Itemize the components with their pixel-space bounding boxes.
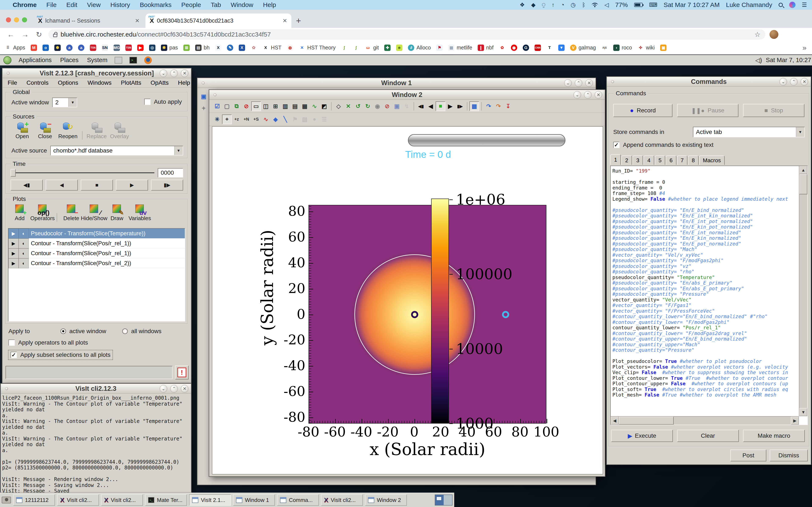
delete-button[interactable]: −Delete (60, 204, 82, 222)
tab-sessions[interactable]: X lchamand -- Sessions ✕ (34, 13, 144, 28)
all-windows-radio[interactable] (122, 329, 128, 334)
plot-visibility-icon[interactable]: ◐ (18, 238, 29, 248)
commands-titlebar[interactable]: Commands ⌄ ⌃ ✕ (607, 77, 811, 87)
menubar-item-file[interactable]: File (46, 1, 56, 8)
line-tool-icon[interactable]: ╲ (281, 114, 290, 124)
commands-tab-6[interactable]: 6 (666, 156, 676, 165)
plot-list-row[interactable]: ▶◐Pseudocolor - Transform(Slice(Temperat… (8, 229, 185, 238)
commands-code[interactable]: Run_ID= "199" starting_frame = 0 ending_… (611, 166, 807, 398)
copy-window-icon[interactable]: ⧉ (232, 101, 242, 111)
new-tab-button[interactable]: + (296, 16, 301, 25)
bookmark-item[interactable]: MG (113, 45, 120, 51)
zoom-mode-icon[interactable]: ⌖ (222, 114, 232, 124)
zoom-s-icon[interactable]: +S (251, 114, 261, 124)
menubar-user[interactable]: Luke Chamandy (726, 1, 772, 8)
error-indicator-button[interactable]: ! (175, 365, 189, 379)
horizontal-scrollbar[interactable]: ◀ ▶ (611, 416, 799, 425)
commands-tab-8[interactable]: 8 (688, 156, 699, 165)
visit-menu-file[interactable]: File (8, 79, 17, 86)
next-frame-button[interactable]: ▮▶ (151, 180, 183, 190)
taskbar-item-mate-ter-[interactable]: >_Mate Ter... (145, 494, 187, 506)
active-window-select[interactable]: 2▼ (52, 98, 77, 107)
bluetooth-icon[interactable]: ᛒ (582, 2, 585, 8)
bookmark-item-nbf[interactable]: ❙nbf (478, 45, 494, 51)
commands-tab-4[interactable]: 4 (644, 156, 654, 165)
play-reverse-icon[interactable]: ◀ (426, 101, 436, 111)
prev-frame-icon[interactable]: ◀▮ (416, 101, 426, 111)
taskbar-item-window-2[interactable]: Window 2 (365, 494, 407, 506)
menubar-item-edit[interactable]: Edit (66, 1, 78, 8)
pause-button[interactable]: ❚❚● Pause (677, 104, 739, 117)
taskbar-item-visit-cli2-[interactable]: XVisIt cli2... (57, 494, 99, 506)
time-slider-handle[interactable] (11, 169, 16, 177)
camera-off-icon[interactable]: ⊘ (382, 101, 392, 111)
apply-subset-checkbox[interactable]: ✓ (11, 352, 17, 358)
avast-icon[interactable]: ◆ (531, 1, 536, 8)
maximize-button[interactable]: ⌃ (584, 91, 592, 99)
bookmark-item[interactable]: ☻ (396, 45, 402, 51)
pseudocolor-plot[interactable] (308, 205, 546, 424)
vertical-scrollbar[interactable]: ▲ ▼ (799, 166, 807, 416)
visit-menu-windows[interactable]: Windows (88, 79, 112, 86)
workspace-1[interactable] (435, 495, 444, 505)
time-slider-widget[interactable] (408, 134, 565, 147)
add-button[interactable]: +Add (9, 204, 31, 222)
reload-button[interactable]: ↻ (36, 30, 42, 39)
close-button[interactable]: −Close (34, 122, 56, 139)
dropbox-icon[interactable]: ❖ (520, 1, 525, 8)
recenter-view-icon[interactable]: ↺ (353, 101, 363, 111)
menubar-item-history[interactable]: History (110, 1, 130, 8)
visit-menu-help[interactable]: Help (178, 79, 190, 86)
file-manager-icon[interactable] (115, 57, 122, 64)
expand-arrow-icon[interactable]: ▶ (8, 248, 18, 258)
bookmark-item[interactable]: a (78, 45, 84, 51)
close-button[interactable]: ✕ (585, 79, 593, 87)
bookmark-item[interactable]: ▼ (558, 45, 565, 51)
store-commands-select[interactable]: Active tab▼ (693, 127, 805, 137)
execute-button[interactable]: ▶ Execute (611, 430, 673, 442)
bookmark-item[interactable]: ∫ (353, 45, 359, 51)
close-window-button[interactable] (6, 17, 11, 22)
firefox-launcher-icon[interactable] (144, 56, 152, 64)
scrollbar-thumb[interactable] (799, 174, 807, 194)
play-button[interactable]: ▶ (116, 180, 148, 190)
taskbar-item-visit-cli2-[interactable]: XVisIt cli2... (101, 494, 143, 506)
stop-button[interactable]: ■ Stop (743, 104, 804, 117)
bookmark-item[interactable]: CNN (535, 45, 541, 51)
operators-button[interactable]: op()Operators (32, 204, 53, 222)
terminal-launcher-icon[interactable]: >_ (130, 57, 137, 64)
delete-window-icon[interactable]: ⊘ (242, 101, 251, 111)
bookmark-item[interactable]: G (523, 45, 529, 51)
taskbar-item-window-1[interactable]: Window 1 (233, 494, 275, 506)
maximize-button[interactable]: ⌃ (790, 78, 798, 86)
volume-icon[interactable]: ◁ (604, 1, 609, 8)
omnibox[interactable]: bluehive.circ.rochester.edu/connect#0cf6… (48, 30, 765, 40)
commands-tab-3[interactable]: 3 (632, 156, 643, 165)
menubar-item-tab[interactable]: Tab (211, 1, 221, 8)
window2-titlebar[interactable]: Window 2 ⌄ ⌃ ✕ (209, 90, 605, 100)
bookmark-item[interactable]: ✚ (384, 45, 391, 51)
bookmark-item[interactable]: ∫ (341, 45, 347, 51)
bookmark-item-alloco[interactable]: ∂Alloco (408, 45, 431, 51)
bookmark-item[interactable]: ◍ (287, 45, 293, 51)
forward-button[interactable]: → (21, 31, 29, 39)
layout-3x3-icon[interactable]: ▦ (300, 101, 310, 111)
menubar-item-chrome[interactable]: Chrome (13, 1, 37, 8)
notification-center-icon[interactable]: ☰ (802, 1, 807, 8)
scroll-down-button[interactable]: ▼ (799, 408, 807, 416)
plot-visibility-icon[interactable]: ◐ (18, 258, 29, 268)
auto-apply-checkbox[interactable] (144, 99, 151, 105)
shade-button[interactable]: ⌄ (160, 385, 167, 393)
plot-visibility-icon[interactable]: ◐ (18, 229, 29, 238)
privacy-icon[interactable]: ⍜ (542, 2, 545, 8)
mate-menu-system[interactable]: System (87, 57, 107, 64)
plot-list-row[interactable]: ▶◐Contour - Transform(Slice(Pos/r_rel_2)… (8, 258, 185, 268)
close-button[interactable]: ✕ (181, 385, 189, 393)
bookmark-item[interactable]: ✽ (54, 45, 61, 51)
volume-icon[interactable]: ◁) (755, 57, 762, 64)
dismiss-button[interactable]: Dismiss (770, 450, 808, 461)
bookmark-item-apps[interactable]: ⠿Apps (5, 45, 25, 51)
menubar-item-bookmarks[interactable]: Bookmarks (140, 1, 171, 8)
bookmark-item[interactable]: ▶ (137, 45, 144, 51)
visit-main-titlebar[interactable]: VisIt 2.12.3 [crash_recovery.session] ⌄ … (3, 68, 191, 78)
